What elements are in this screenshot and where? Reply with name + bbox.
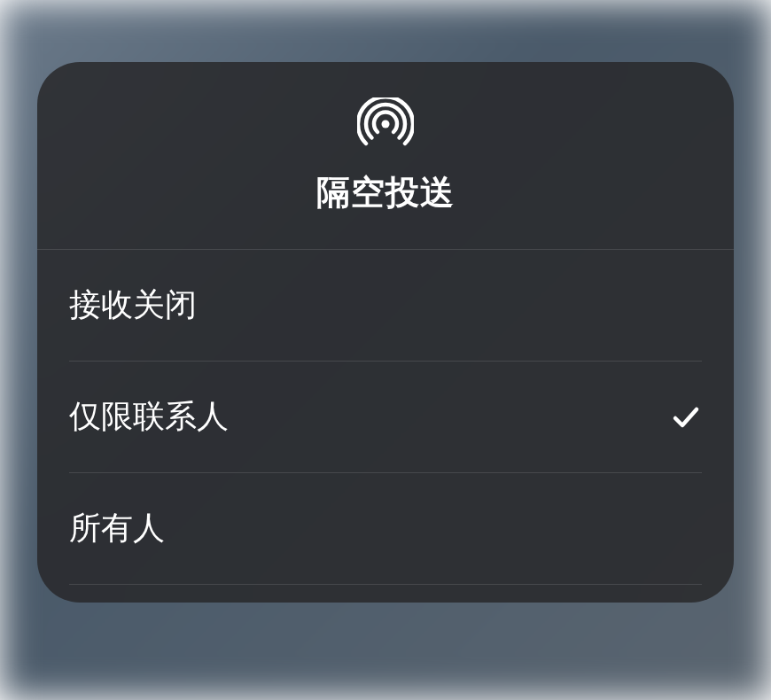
checkmark-icon bbox=[670, 401, 702, 433]
svg-point-0 bbox=[382, 121, 390, 128]
airdrop-settings-panel: 隔空投送 接收关闭 仅限联系人 所有人 bbox=[37, 62, 734, 603]
airdrop-title: 隔空投送 bbox=[316, 170, 455, 215]
option-contacts-only[interactable]: 仅限联系人 bbox=[69, 362, 702, 473]
option-label: 仅限联系人 bbox=[69, 395, 229, 439]
option-label: 接收关闭 bbox=[69, 284, 197, 327]
option-receiving-off[interactable]: 接收关闭 bbox=[69, 250, 702, 362]
airdrop-header: 隔空投送 bbox=[37, 62, 734, 250]
option-everyone[interactable]: 所有人 bbox=[69, 473, 702, 585]
panel-padding bbox=[37, 585, 734, 603]
airdrop-icon bbox=[357, 97, 414, 154]
option-label: 所有人 bbox=[69, 507, 165, 550]
airdrop-option-list: 接收关闭 仅限联系人 所有人 bbox=[37, 250, 734, 585]
